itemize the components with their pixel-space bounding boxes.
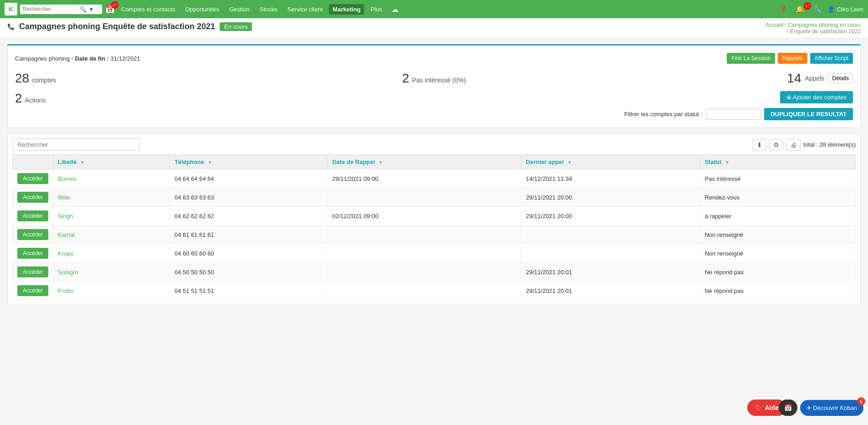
status-badge: En cours bbox=[220, 22, 252, 31]
page-title-row: 📞 Campagnes phoning Enquête de satisfact… bbox=[7, 22, 252, 31]
appels-number: 14 bbox=[787, 71, 801, 86]
row-dernier-appel: 29/11/2021 20:00 bbox=[521, 188, 700, 207]
col-dernier-appel[interactable]: Dernier appel ▼ bbox=[521, 155, 700, 169]
comptes-stat: 28 comptes bbox=[15, 71, 56, 86]
pas-interesse-label: Pas intéressé (0%) bbox=[412, 77, 466, 84]
acceder-button[interactable]: Accéder bbox=[17, 285, 48, 296]
row-libelle: Solagro bbox=[53, 263, 170, 282]
libelle-link[interactable]: Singh bbox=[58, 213, 73, 220]
breadcrumb-area: 📞 Campagnes phoning Enquête de satisfact… bbox=[0, 18, 868, 39]
filter-statut-input[interactable] bbox=[706, 108, 760, 120]
acceder-button[interactable]: Accéder bbox=[17, 173, 48, 184]
row-libelle: Krups bbox=[53, 244, 170, 263]
duplicate-button[interactable]: DUPLIQUER LE RESULTAT bbox=[764, 108, 853, 120]
dernier-appel-sort-icon: ▼ bbox=[567, 160, 572, 165]
row-telephone: 04 51 51 51 51 bbox=[170, 282, 328, 300]
notifications-nav[interactable]: 🔔 27 bbox=[793, 5, 807, 14]
nav-comptes[interactable]: Comptes et contacts bbox=[118, 6, 179, 13]
stats-right: 14 Appels Détails ⊕ Ajouter des comptes … bbox=[574, 71, 853, 120]
acceder-button[interactable]: Accéder bbox=[17, 248, 48, 259]
libelle-link[interactable]: Krups bbox=[58, 250, 73, 257]
date-rappel-sort-icon: ▼ bbox=[379, 160, 383, 165]
nav-gestion[interactable]: Gestion bbox=[226, 6, 253, 13]
nav-service-client[interactable]: Service client bbox=[284, 6, 326, 13]
table-icons: ⬇ ⚙ 🖨 total : 28 élément(s) bbox=[753, 139, 856, 151]
session-button[interactable]: Finir La Session bbox=[727, 53, 775, 64]
table-header: Libellé ▼ Téléphone ▼ Date de Rappel ▼ D… bbox=[13, 155, 856, 169]
nav-marketing[interactable]: Marketing bbox=[329, 4, 364, 15]
row-action-cell: Accéder bbox=[13, 169, 53, 188]
user-name: Cléo Leim bbox=[837, 6, 863, 13]
row-action-cell: Accéder bbox=[13, 188, 53, 207]
row-libelle: Kamal bbox=[53, 225, 170, 244]
telephone-sort-icon: ▼ bbox=[208, 160, 212, 165]
row-statut: Ne répond pas bbox=[700, 263, 855, 282]
calendar-badge: 27 bbox=[111, 1, 118, 9]
comptes-row: 28 comptes bbox=[15, 71, 294, 86]
acceder-button[interactable]: Accéder bbox=[17, 266, 48, 277]
row-libelle: Bornes bbox=[53, 169, 170, 188]
row-dernier-appel: 29/11/2021 20:00 bbox=[521, 207, 700, 225]
help-icon[interactable]: ❓ bbox=[776, 5, 790, 14]
breadcrumb-accueil[interactable]: Accueil bbox=[765, 22, 783, 28]
add-accounts-button[interactable]: ⊕ Ajouter des comptes bbox=[780, 91, 853, 103]
row-action-cell: Accéder bbox=[13, 207, 53, 225]
actions-stat: 2 Actions bbox=[15, 91, 46, 106]
details-button[interactable]: Détails bbox=[828, 73, 853, 83]
libelle-link[interactable]: Mille bbox=[58, 194, 70, 201]
actions-row: 2 Actions bbox=[15, 91, 294, 106]
rappels-button[interactable]: Rappels bbox=[778, 53, 807, 64]
actions-label: Actions bbox=[25, 97, 46, 104]
nav-stocks[interactable]: Stocks bbox=[256, 6, 281, 13]
row-date-rappel bbox=[327, 282, 521, 300]
settings-icon[interactable]: 🔧 bbox=[810, 5, 825, 14]
libelle-link[interactable]: Kamal bbox=[58, 231, 75, 238]
comptes-label: comptes bbox=[32, 77, 56, 84]
row-action-cell: Accéder bbox=[13, 263, 53, 282]
stats-middle: 2 Pas intéressé (0%) bbox=[294, 71, 574, 86]
row-telephone: 04 60 60 60 60 bbox=[170, 244, 328, 263]
nav-opportunites[interactable]: Opportunités bbox=[182, 6, 223, 13]
col-libelle[interactable]: Libellé ▼ bbox=[53, 155, 170, 169]
breadcrumb-campagnes[interactable]: Campagnes phoning en cours bbox=[788, 22, 861, 28]
stats-columns: 28 comptes 2 Actions 2 Pas intéressé (0%… bbox=[15, 71, 853, 120]
row-statut: Non renseigné bbox=[700, 225, 855, 244]
date-prefix: Date de fin : bbox=[75, 55, 109, 62]
acceder-button[interactable]: Accéder bbox=[17, 192, 48, 203]
nav-plus[interactable]: Plus bbox=[367, 6, 385, 13]
col-statut[interactable]: Statut ▼ bbox=[700, 155, 855, 169]
col-date-rappel[interactable]: Date de Rappel ▼ bbox=[327, 155, 521, 169]
row-telephone: 04 50 50 50 50 bbox=[170, 263, 328, 282]
table-row: Accéder Frotto 04 51 51 51 51 29/11/2021… bbox=[13, 282, 856, 300]
table-row: Accéder Krups 04 60 60 60 60 Non renseig… bbox=[13, 244, 856, 263]
row-dernier-appel bbox=[521, 225, 700, 244]
table-row: Accéder Bornes 04 64 64 64 64 29/11/2021… bbox=[13, 169, 856, 188]
row-statut: à rappeler bbox=[700, 207, 855, 225]
libelle-sort-icon: ▼ bbox=[80, 160, 85, 165]
breadcrumb-current-label: Enquête de satisfaction 2021 bbox=[790, 28, 861, 35]
apps-icon[interactable]: ☁ bbox=[389, 5, 401, 14]
libelle-link[interactable]: Bornes bbox=[58, 175, 77, 182]
acceder-button[interactable]: Accéder bbox=[17, 210, 48, 221]
share-icon[interactable]: ⚙ bbox=[769, 139, 783, 151]
search-icon[interactable]: 🔍 bbox=[79, 6, 87, 13]
row-date-rappel bbox=[327, 244, 521, 263]
user-menu[interactable]: 👤 Cléo Leim bbox=[827, 6, 863, 13]
row-dernier-appel: 29/11/2021 20:01 bbox=[521, 282, 700, 300]
export-icon[interactable]: ⬇ bbox=[753, 139, 766, 151]
filter-icon[interactable]: ▼ bbox=[88, 6, 94, 13]
row-action-cell: Accéder bbox=[13, 225, 53, 244]
col-telephone[interactable]: Téléphone ▼ bbox=[170, 155, 328, 169]
acceder-button[interactable]: Accéder bbox=[17, 229, 48, 240]
search-input[interactable] bbox=[23, 6, 77, 12]
table-toolbar: ⬇ ⚙ 🖨 total : 28 élément(s) bbox=[12, 138, 856, 151]
libelle-link[interactable]: Frotto bbox=[58, 287, 73, 294]
print-icon[interactable]: 🖨 bbox=[786, 139, 801, 151]
calendar-nav[interactable]: 📅 27 bbox=[105, 4, 115, 14]
comptes-number: 28 bbox=[15, 71, 29, 86]
script-button[interactable]: Afficher Script bbox=[810, 53, 853, 64]
table-row: Accéder Singh 04 62 62 62 62 02/12/2021 … bbox=[13, 207, 856, 225]
table-search-input[interactable] bbox=[12, 138, 140, 151]
row-date-rappel bbox=[327, 263, 521, 282]
libelle-link[interactable]: Solagro bbox=[58, 269, 78, 276]
